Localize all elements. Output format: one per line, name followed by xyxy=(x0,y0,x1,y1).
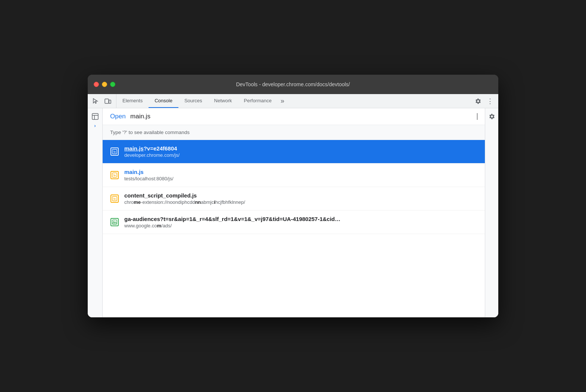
devtools-window: DevTools - developer.chrome.com/docs/dev… xyxy=(88,75,498,317)
main-content: › Open Type '?' to see available command… xyxy=(88,108,498,317)
result-item[interactable]: main.js?v=e24f6804 developer.chrome.com/… xyxy=(103,140,485,164)
svg-rect-2 xyxy=(92,113,98,119)
search-input[interactable] xyxy=(130,113,475,120)
svg-rect-0 xyxy=(105,99,109,103)
minimize-button[interactable] xyxy=(102,82,107,87)
result-filename-2: main.js xyxy=(124,169,477,175)
result-item[interactable]: ga-audiences?t=sr&aip=1&_r=4&slf_rd=1&v=… xyxy=(103,211,485,234)
result-info-4: ga-audiences?t=sr&aip=1&_r=4&slf_rd=1&v=… xyxy=(124,216,477,228)
hint-bar: Type '?' to see available commands xyxy=(103,125,485,140)
result-filename-4: ga-audiences?t=sr&aip=1&_r=4&slf_rd=1&v=… xyxy=(124,216,477,222)
search-prefix: Open xyxy=(110,113,126,120)
result-icon-3 xyxy=(110,194,119,203)
result-info-3: content_script_compiled.js chrome-extens… xyxy=(124,192,477,205)
sidebar: › xyxy=(88,108,103,317)
panel-icon xyxy=(92,113,99,120)
result-icon-1 xyxy=(110,147,119,156)
tab-network[interactable]: Network xyxy=(208,94,238,108)
settings-icon xyxy=(475,98,481,105)
devtools-toolbar: Elements Console Sources Network Perform… xyxy=(88,94,498,108)
result-icon-2 xyxy=(110,171,119,180)
tabs: Elements Console Sources Network Perform… xyxy=(116,94,470,108)
svg-rect-1 xyxy=(109,100,111,103)
result-info-2: main.js tests/localhost:8080/js/ xyxy=(124,169,477,181)
search-bar: Open xyxy=(103,108,485,125)
close-button[interactable] xyxy=(94,82,99,87)
tab-elements[interactable]: Elements xyxy=(116,94,149,108)
right-settings-button[interactable] xyxy=(487,111,497,122)
toolbar-icons xyxy=(88,94,116,108)
result-url-1: developer.chrome.com/js/ xyxy=(124,152,477,158)
js-file-icon xyxy=(110,195,119,203)
more-tabs-button[interactable]: » xyxy=(278,94,287,108)
title-bar: DevTools - developer.chrome.com/docs/dev… xyxy=(88,75,498,94)
settings-button[interactable] xyxy=(473,96,483,106)
result-filename-3: content_script_compiled.js xyxy=(124,192,477,199)
result-info-1: main.js?v=e24f6804 developer.chrome.com/… xyxy=(124,145,477,158)
result-icon-4 xyxy=(110,218,119,227)
tab-console[interactable]: Console xyxy=(149,94,178,108)
result-item[interactable]: main.js tests/localhost:8080/js/ xyxy=(103,164,485,187)
result-filename-1: main.js?v=e24f6804 xyxy=(124,145,477,152)
right-settings-icon xyxy=(489,113,495,120)
result-item[interactable]: content_script_compiled.js chrome-extens… xyxy=(103,187,485,211)
result-url-4: www.google.com/ads/ xyxy=(124,223,477,228)
device-icon xyxy=(105,98,111,105)
more-options-button[interactable]: ⋮ xyxy=(485,96,495,106)
tab-sources[interactable]: Sources xyxy=(178,94,208,108)
maximize-button[interactable] xyxy=(110,82,115,87)
hint-text: Type '?' to see available commands xyxy=(110,130,190,135)
inspect-icon xyxy=(93,98,99,105)
command-palette: Open Type '?' to see available commands xyxy=(103,108,485,317)
results-list: main.js?v=e24f6804 developer.chrome.com/… xyxy=(103,140,485,317)
svg-rect-8 xyxy=(112,220,117,224)
traffic-lights xyxy=(94,82,115,87)
right-panel xyxy=(485,108,498,317)
svg-point-9 xyxy=(113,221,115,222)
sidebar-panel-icon[interactable] xyxy=(90,111,100,122)
cursor xyxy=(477,113,478,120)
inspect-element-button[interactable] xyxy=(91,96,101,106)
window-title: DevTools - developer.chrome.com/docs/dev… xyxy=(236,81,350,87)
device-toolbar-button[interactable] xyxy=(103,96,113,106)
result-url-3: chrome-extension://noondiphcddnnabmjcihc… xyxy=(124,199,477,205)
result-url-2: tests/localhost:8080/js/ xyxy=(124,176,477,181)
expand-sidebar-button[interactable]: › xyxy=(94,123,96,128)
js-file-icon xyxy=(110,147,119,156)
js-file-icon xyxy=(110,171,119,179)
toolbar-right: ⋮ xyxy=(470,94,498,108)
tab-performance[interactable]: Performance xyxy=(238,94,277,108)
img-file-icon xyxy=(110,218,119,226)
